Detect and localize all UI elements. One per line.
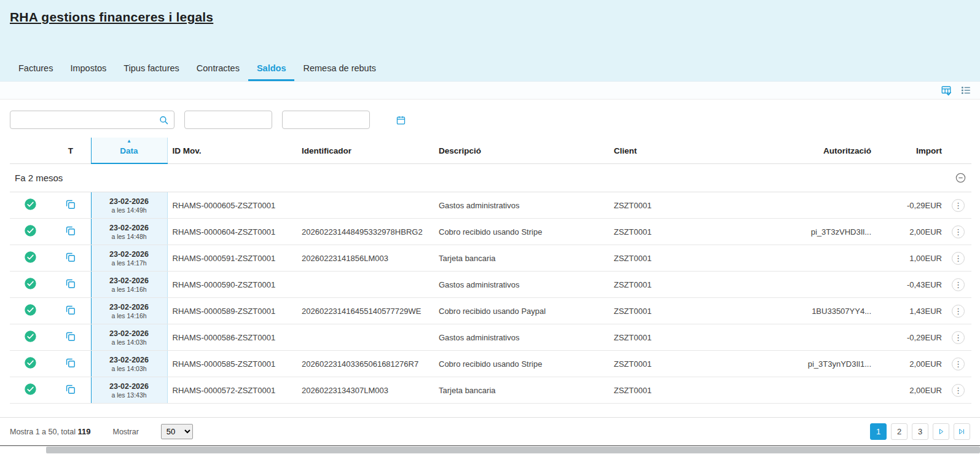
- actions-cell: ⋮: [947, 219, 971, 245]
- row-menu-button[interactable]: ⋮: [952, 384, 965, 397]
- id-mov-cell: RHAMS-0000585-ZSZT0001: [167, 351, 297, 377]
- status-cell: [10, 351, 50, 377]
- group-row: Fa 2 mesos: [10, 163, 971, 192]
- identificador-cell: [297, 324, 434, 351]
- movement-copy-icon[interactable]: [65, 278, 77, 290]
- movement-copy-icon[interactable]: [65, 251, 77, 264]
- horizontal-scrollbar-thumb[interactable]: [46, 447, 980, 453]
- status-cell: [10, 298, 50, 324]
- date-to-field: [282, 111, 370, 129]
- success-check-icon: [24, 224, 37, 237]
- import-cell: -0,29EUR: [876, 324, 947, 351]
- date-cell: 23-02-2026 a les 14:03h: [91, 324, 167, 351]
- col-header-client[interactable]: Client: [609, 138, 759, 163]
- calendar-icon[interactable]: [396, 115, 406, 125]
- actions-cell: ⋮: [947, 245, 971, 272]
- table-footer: Mostra 1 a 50, total 119 Mostrar 50 1 2 …: [0, 417, 980, 446]
- success-check-icon: [24, 251, 37, 264]
- id-mov-cell: RHAMS-0000605-ZSZT0001: [167, 192, 297, 219]
- date-cell: 23-02-2026 a les 13:43h: [91, 377, 167, 404]
- client-cell: ZSZT0001: [609, 219, 759, 245]
- row-menu-button[interactable]: ⋮: [952, 199, 965, 212]
- show-label: Mostrar: [112, 428, 138, 436]
- movement-copy-icon[interactable]: [65, 357, 77, 369]
- col-header-import[interactable]: Import: [876, 138, 947, 163]
- type-cell: [50, 245, 91, 272]
- results-summary: Mostra 1 a 50, total 119: [10, 427, 90, 436]
- tab-impostos[interactable]: Impostos: [61, 57, 115, 81]
- date-cell: 23-02-2026 a les 14:16h: [91, 298, 167, 324]
- date-from-field: [184, 111, 272, 129]
- date-cell: 23-02-2026 a les 14:16h: [91, 272, 167, 298]
- id-mov-cell: RHAMS-0000586-ZSZT0001: [167, 324, 297, 351]
- client-cell: ZSZT0001: [609, 377, 759, 404]
- identificador-cell: 202602231416455140577729WE: [297, 298, 434, 324]
- next-page-button[interactable]: [933, 423, 949, 440]
- search-input[interactable]: [15, 111, 159, 128]
- filters-bar: [0, 100, 980, 138]
- header: RHA gestions financeres i legals Facture…: [0, 0, 980, 81]
- horizontal-scrollbar: [0, 446, 980, 454]
- import-cell: 2,00EUR: [876, 351, 947, 377]
- list-view-icon[interactable]: [960, 85, 971, 96]
- actions-cell: ⋮: [947, 298, 971, 324]
- row-menu-button[interactable]: ⋮: [952, 358, 965, 370]
- success-check-icon: [24, 277, 37, 290]
- movement-copy-icon[interactable]: [65, 331, 77, 343]
- col-header-id-mov[interactable]: ID Mov.: [167, 138, 297, 163]
- identificador-cell: 20260223141856LM003: [297, 245, 434, 272]
- tab-tipus-factures[interactable]: Tipus factures: [115, 57, 188, 81]
- type-cell: [50, 298, 91, 324]
- tab-contractes[interactable]: Contractes: [188, 57, 248, 81]
- balances-table-wrap: T ▲Data ID Mov. Identificador Descripció…: [0, 138, 980, 417]
- view-toolbar: [0, 81, 980, 100]
- type-cell: [50, 272, 91, 298]
- date-cell: 23-02-2026 a les 14:17h: [91, 245, 167, 272]
- row-menu-button[interactable]: ⋮: [952, 305, 965, 318]
- row-menu-button[interactable]: ⋮: [952, 331, 965, 344]
- page-button-1[interactable]: 1: [870, 423, 887, 440]
- date-to-input[interactable]: [288, 111, 396, 128]
- row-menu-button[interactable]: ⋮: [952, 225, 965, 238]
- tab-remesa-de-rebuts[interactable]: Remesa de rebuts: [294, 57, 384, 81]
- tab-factures[interactable]: Factures: [10, 57, 61, 81]
- col-header-autoritzacio[interactable]: Autorització: [759, 138, 876, 163]
- col-header-descripcio[interactable]: Descripció: [434, 138, 609, 163]
- descripcio-cell: Gastos administrativos: [434, 192, 609, 219]
- movement-copy-icon[interactable]: [65, 383, 77, 396]
- client-cell: ZSZT0001: [609, 245, 759, 272]
- status-cell: [10, 192, 50, 219]
- page-size-select[interactable]: 50: [161, 424, 193, 439]
- descripcio-cell: Cobro recibido usando Stripe: [434, 219, 609, 245]
- status-cell: [10, 272, 50, 298]
- page-button-2[interactable]: 2: [891, 423, 907, 440]
- client-cell: ZSZT0001: [609, 351, 759, 377]
- movement-copy-icon[interactable]: [65, 198, 77, 211]
- collapse-group-icon[interactable]: [955, 172, 966, 184]
- movement-copy-icon[interactable]: [65, 304, 77, 316]
- import-cell: 1,43EUR: [876, 298, 947, 324]
- import-cell: 1,00EUR: [876, 245, 947, 272]
- success-check-icon: [24, 303, 37, 316]
- id-mov-cell: RHAMS-0000572-ZSZT0001: [167, 377, 297, 404]
- col-header-t[interactable]: T: [50, 138, 91, 163]
- client-cell: ZSZT0001: [609, 272, 759, 298]
- column-settings-icon[interactable]: [941, 85, 952, 96]
- col-header-identificador[interactable]: Identificador: [297, 138, 434, 163]
- actions-cell: ⋮: [947, 324, 971, 351]
- autoritzacio-cell: pi_3T3ynYD3Il1...: [759, 351, 876, 377]
- page-button-3[interactable]: 3: [912, 423, 928, 440]
- client-cell: ZSZT0001: [609, 192, 759, 219]
- last-page-button[interactable]: [954, 423, 970, 440]
- col-header-data-sorted[interactable]: ▲Data: [91, 138, 167, 163]
- row-menu-button[interactable]: ⋮: [952, 252, 965, 265]
- id-mov-cell: RHAMS-0000604-ZSZT0001: [167, 219, 297, 245]
- table-row: 23-02-2026 a les 14:16h RHAMS-0000589-ZS…: [10, 298, 971, 324]
- date-cell: 23-02-2026 a les 14:03h: [91, 351, 167, 377]
- row-menu-button[interactable]: ⋮: [952, 278, 965, 291]
- tab-saldos[interactable]: Saldos: [248, 57, 295, 81]
- movement-copy-icon[interactable]: [65, 225, 77, 237]
- autoritzacio-cell: [759, 272, 876, 298]
- status-cell: [10, 245, 50, 272]
- type-cell: [50, 192, 91, 219]
